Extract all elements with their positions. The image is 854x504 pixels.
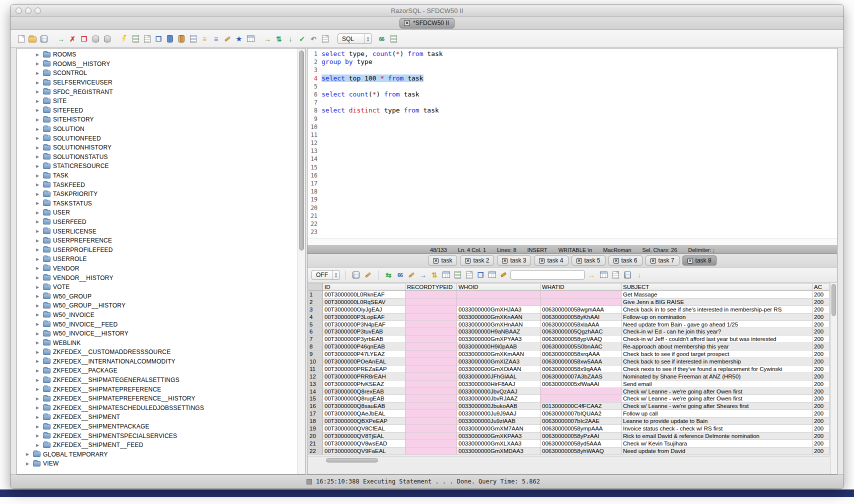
grid-cell[interactable]: 006300000058yKhAAI — [540, 314, 622, 321]
grid-cell[interactable]: Follow-up on nomination — [622, 314, 812, 321]
sidebar-item-zkfedex-shipmentpackage[interactable]: ▶ZKFEDEX__SHIPMENTPACKAGE — [17, 422, 298, 432]
grid-cell[interactable] — [406, 350, 457, 358]
grid-cell[interactable]: 200 — [812, 336, 830, 343]
grid-cell[interactable]: 006300000058xrqAAA — [540, 350, 622, 358]
grid-row[interactable]: 400T3000000P3LopEAF0033000000GmXKnAAN006… — [308, 314, 830, 321]
expand-arrow-icon[interactable]: ▶ — [36, 220, 40, 224]
grid-cell[interactable]: 00T3000000P46qnEAB — [323, 343, 406, 350]
code-line[interactable] — [322, 131, 837, 139]
expand-arrow-icon[interactable]: ▶ — [36, 192, 40, 196]
page-icon[interactable] — [464, 270, 474, 280]
grid-cell[interactable]: 006300000058wgmAAA — [540, 306, 622, 314]
grid-cell[interactable]: 0033000000GmXOiAAN — [457, 366, 540, 373]
grid-cell[interactable] — [406, 314, 457, 321]
expand-arrow-icon[interactable]: ▶ — [36, 340, 40, 345]
go-icon[interactable]: → — [263, 34, 272, 44]
grid-cell[interactable] — [457, 298, 540, 306]
expand-arrow-icon[interactable]: ▶ — [26, 462, 30, 466]
result-tab-task-5[interactable]: ✕task 5 — [572, 256, 606, 266]
expand-arrow-icon[interactable]: ▶ — [36, 62, 40, 66]
grid-cell[interactable]: 006300000058ympAAA — [540, 425, 622, 432]
close-tab-icon[interactable]: ✕ — [688, 258, 693, 264]
grid-cell[interactable]: 200 — [812, 321, 830, 328]
code-line[interactable]: select top 100 * from task — [322, 74, 837, 82]
close-tab-icon[interactable]: ✕ — [539, 258, 544, 264]
grid-cell[interactable]: 006300000058yPzAAI — [540, 432, 622, 440]
stepper-icon[interactable]: ▲▼ — [364, 34, 372, 44]
grid-cell[interactable]: 00T3000000L0RqSEAV — [323, 298, 406, 306]
grid-cell[interactable] — [406, 388, 457, 396]
close-tab-icon[interactable]: ✕ — [650, 258, 656, 264]
grid-cell[interactable]: 0033000000GmXLXAA3 — [457, 440, 540, 448]
grid-row[interactable]: 800T3000000P46qnEAB0033000000H9i0pAAB006… — [308, 343, 830, 350]
code-line[interactable] — [322, 66, 837, 74]
grid-cell[interactable]: 0033000000GmXKnAAN — [457, 314, 540, 321]
sidebar-item-zkfedex-internationalcommodity[interactable]: ▶ZKFEDEX__INTERNATIONALCOMMODITY — [17, 357, 298, 366]
sidebar-item-w50-group-history[interactable]: ▶W50_GROUP__HISTORY — [17, 301, 298, 310]
sidebar-item-rooms[interactable]: ▶ROOMS — [17, 50, 298, 60]
grid-cell[interactable] — [406, 373, 457, 380]
grid-cell[interactable]: 0033000000Ju9J9AAJ — [457, 410, 540, 418]
code-line[interactable] — [322, 188, 837, 196]
expand-arrow-icon[interactable]: ▶ — [36, 154, 40, 159]
grid-horizontal-scrollbar-thumb[interactable] — [326, 458, 378, 462]
grid-cell[interactable]: 0033000000GmXIZAA3 — [457, 358, 540, 366]
copy-rows-icon[interactable]: ❐ — [476, 270, 485, 280]
grid-cell[interactable]: 200 — [812, 291, 830, 298]
sidebar-item-zkfedex-shipment[interactable]: ▶ZKFEDEX__SHIPMENT — [17, 412, 298, 422]
grid-cell[interactable] — [406, 380, 457, 388]
sidebar-item-task[interactable]: ▶TASK — [17, 171, 298, 180]
sidebar-item-userprofilefeed[interactable]: ▶USERPROFILEFEED — [17, 245, 298, 254]
grid-cell[interactable] — [406, 343, 457, 350]
grid-cell[interactable]: 00T3000000OiyJgEAJ — [323, 306, 406, 314]
expand-arrow-icon[interactable]: ▶ — [36, 434, 40, 438]
grid-cell[interactable]: 0033000000HirF8AAJ — [457, 380, 540, 388]
grid-cell[interactable]: Need update from Bain - gave go ahead 1/… — [622, 321, 812, 328]
code-line[interactable] — [322, 155, 837, 163]
result-tab-task[interactable]: ✕task — [428, 256, 457, 266]
insert-row-icon[interactable]: → — [418, 270, 428, 280]
expand-arrow-icon[interactable]: ▶ — [36, 248, 40, 252]
grid-cell[interactable]: Send email — [622, 380, 812, 388]
close-tab-icon[interactable]: ✕ — [465, 258, 470, 264]
sidebar-item-userpreference[interactable]: ▶USERPREFERENCE — [17, 236, 298, 246]
expand-arrow-icon[interactable]: ▶ — [36, 201, 40, 206]
sql-code-area[interactable]: select type, count(*) from taskgroup by … — [320, 48, 837, 238]
table-copy-icon[interactable] — [488, 270, 496, 280]
editor-horizontal-scrollbar[interactable] — [308, 238, 837, 246]
copy-connection-icon[interactable]: ❐ — [80, 34, 88, 44]
grid-row[interactable]: 1800T3000000QBXPeEAP0033000000Ju9zlAAB00… — [308, 418, 830, 425]
grid-row[interactable]: 1700T3000000QAeJbEAL0033000000Ju9J9AAJ00… — [308, 410, 830, 418]
close-tab-icon[interactable]: ✕ — [576, 258, 582, 264]
grid-cell[interactable]: Check w/ Leanne - we're going after Owen… — [622, 388, 812, 396]
code-line[interactable]: select distinct type from task — [322, 106, 837, 114]
grid-cell[interactable]: 00T3000000Q8rexEAB — [323, 388, 406, 396]
grid-row-number[interactable]: 19 — [308, 425, 323, 432]
sidebar-item-site[interactable]: ▶SITE — [17, 96, 298, 106]
grid-cell[interactable]: 00T3000000Q8sauEAB — [323, 402, 406, 410]
grid-row[interactable]: 500T3000000P3N4pEAF0033000000GmXHnAAN006… — [308, 321, 830, 328]
grid-cell[interactable] — [540, 388, 622, 396]
grid-cell[interactable]: 00630000005S0bnAAC — [540, 343, 622, 350]
grid-row-number[interactable]: 18 — [308, 418, 323, 425]
ddl-list-icon[interactable] — [389, 34, 398, 44]
refresh-pages-icon[interactable]: ❐ — [154, 34, 163, 44]
grid-row[interactable]: 1300T3000000PfvKSEAZ0033000000HirF8AAJ00… — [308, 380, 830, 388]
sidebar-item-zkfedex-shipmentspecialservices[interactable]: ▶ZKFEDEX__SHIPMENTSPECIALSERVICES — [17, 431, 298, 440]
grid-row[interactable]: 1000T3000000POeAnEAL0033000000GmXIZAA300… — [308, 358, 830, 366]
grid-cell[interactable]: 0033000000GmXKmAAN — [457, 350, 540, 358]
code-line[interactable] — [322, 82, 837, 90]
expand-arrow-icon[interactable]: ▶ — [36, 266, 40, 270]
grid-row[interactable]: 2200T3000000QV9FaEAL0033000000GmXMDAA300… — [308, 448, 830, 455]
expand-arrow-icon[interactable]: ▶ — [36, 99, 40, 104]
sidebar-item-staticresource[interactable]: ▶STATICRESOURCE — [17, 162, 298, 171]
grid-row[interactable]: 1100T3000000PREZaEAP0033000000GmXOiAAN00… — [308, 366, 830, 373]
sidebar-item-view[interactable]: ▶VIEW — [17, 459, 298, 468]
code-line[interactable] — [322, 220, 837, 228]
bookmark-table-icon[interactable] — [246, 34, 255, 44]
code-line[interactable] — [322, 115, 837, 123]
expand-arrow-icon[interactable]: ▶ — [36, 406, 40, 410]
export-table-icon[interactable] — [599, 270, 608, 280]
grid-cell[interactable]: 200 — [812, 366, 830, 373]
grid-cell[interactable]: Invoice status check - check w/ RS first — [622, 425, 812, 432]
